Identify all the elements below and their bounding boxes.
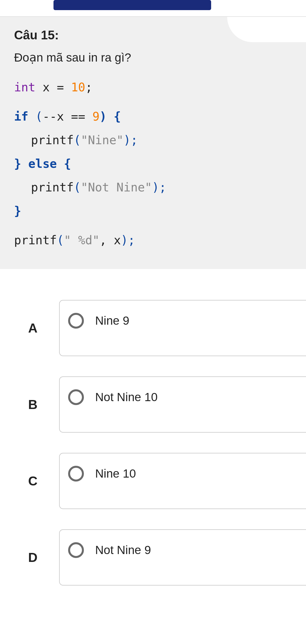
answer-letter: A	[28, 320, 59, 336]
radio-icon[interactable]	[68, 466, 84, 482]
answer-letter: D	[28, 550, 59, 565]
answer-box[interactable]: Nine 10	[59, 453, 306, 509]
radio-icon[interactable]	[68, 389, 84, 405]
corner-decoration	[227, 17, 306, 42]
question-block: Câu 15: Đoạn mã sau in ra gì? int x = 10…	[0, 17, 306, 269]
code-snippet: int x = 10; if (--x == 9) { printf("Nine…	[14, 76, 298, 252]
answer-letter: B	[28, 397, 59, 412]
answer-text: Nine 9	[95, 312, 129, 327]
header-button[interactable]	[53, 0, 211, 10]
answer-box[interactable]: Not Nine 9	[59, 529, 306, 586]
radio-icon[interactable]	[68, 313, 84, 329]
answer-option-d[interactable]: D Not Nine 9	[28, 529, 306, 586]
top-bar	[0, 0, 306, 17]
question-prompt: Đoạn mã sau in ra gì?	[14, 51, 298, 64]
answer-text: Nine 10	[95, 465, 136, 480]
answer-text: Not Nine 9	[95, 541, 151, 557]
answer-box[interactable]: Not Nine 10	[59, 376, 306, 433]
answer-text: Not Nine 10	[95, 388, 158, 404]
answer-box[interactable]: Nine 9	[59, 300, 306, 356]
answer-letter: C	[28, 473, 59, 489]
answer-option-b[interactable]: B Not Nine 10	[28, 376, 306, 433]
answer-option-a[interactable]: A Nine 9	[28, 300, 306, 356]
answers-list: A Nine 9 B Not Nine 10 C Nine 10 D Not N…	[0, 269, 306, 623]
radio-icon[interactable]	[68, 542, 84, 558]
answer-option-c[interactable]: C Nine 10	[28, 453, 306, 509]
